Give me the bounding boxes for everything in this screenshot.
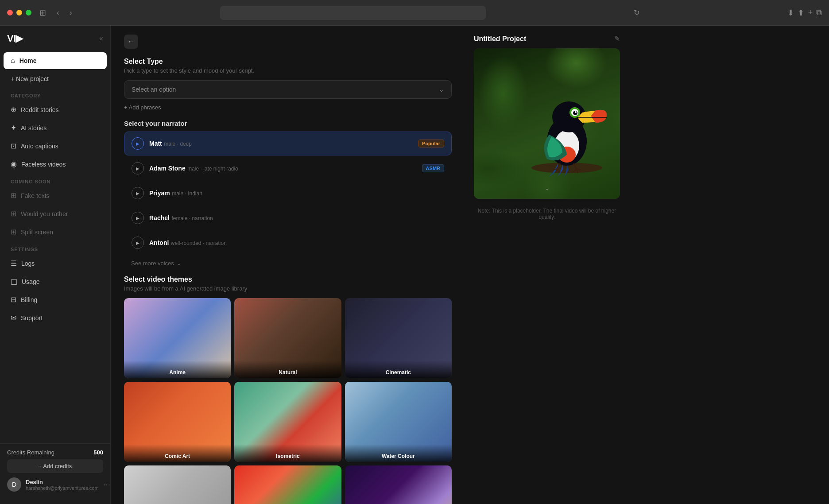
project-title: Untitled Project [474,35,526,43]
sidebar-item-logs[interactable]: ☰ Logs [4,255,107,272]
preview-note: Note: This is a placeholder. The final v… [474,208,620,220]
play-icon-matt: ▶ [132,137,144,150]
theme-card-water-colour[interactable]: Water Colour [345,382,452,462]
theme-card-graffiti-art[interactable]: Graffiti Art [234,465,341,504]
share-button[interactable]: ⬆ [798,8,804,18]
support-icon: ✉ [11,314,16,322]
browser-chrome: ⊞ ‹ › ↻ ⬇ ⬆ + ⧉ [0,0,829,26]
voice-item-antoni[interactable]: ▶ Antoni well-rounded · narration [124,231,452,255]
sidebar-item-ai-stories[interactable]: ✦ AI stories [4,119,107,136]
play-icon-antoni: ▶ [132,236,144,249]
sidebar-bottom: Credits Remaining 500 + Add credits D De… [0,443,110,497]
download-button[interactable]: ⬇ [787,8,794,18]
theme-card-cinematic[interactable]: Cinematic [345,298,452,378]
logs-label: Logs [21,260,35,267]
forward-browser-button[interactable]: › [67,7,74,19]
address-bar[interactable] [220,6,486,20]
maximize-traffic-light[interactable] [26,10,31,16]
play-icon-adam-stone: ▶ [132,162,144,174]
close-traffic-light[interactable] [7,10,13,16]
voice-meta-priyam: male · Indian [172,190,202,197]
edit-project-button[interactable]: ✎ [614,35,620,43]
voice-item-priyam[interactable]: ▶ Priyam male · Indian [124,181,452,205]
reload-button[interactable]: ↻ [631,7,642,19]
toucan-illustration [523,57,611,181]
sidebar-item-support[interactable]: ✉ Support [4,309,107,326]
sidebar-toggle-button[interactable]: ⊞ [37,6,49,19]
back-browser-button[interactable]: ‹ [54,7,62,19]
usage-icon: ◫ [11,277,17,286]
usage-label: Usage [22,278,39,285]
collapse-sidebar-button[interactable]: « [99,35,103,43]
sidebar-item-faceless-videos[interactable]: ◉ Faceless videos [4,155,107,173]
see-more-voices-label: See more voices [131,260,174,267]
voice-meta-antoni: well-rounded · narration [171,240,227,246]
sidebar-item-auto-captions[interactable]: ⊡ Auto captions [4,137,107,155]
sidebar-item-home[interactable]: ⌂ Home [4,52,107,69]
sidebar-nav: ⌂ Home + New project CATEGORY ⊕ Reddit s… [0,51,110,443]
sidebar-item-home-label: Home [19,57,37,64]
popular-badge: Popular [418,140,444,147]
category-section-label: CATEGORY [0,88,110,100]
sidebar-item-usage[interactable]: ◫ Usage [4,273,107,290]
ai-stories-label: AI stories [21,124,46,132]
theme-card-comic-art[interactable]: Comic Art [124,382,231,462]
see-more-voices-button[interactable]: See more voices ⌄ [124,256,189,271]
voice-item-rachel[interactable]: ▶ Rachel female · narration [124,206,452,230]
project-header: Untitled Project ✎ [474,35,620,43]
new-tab-button[interactable]: + [808,8,813,18]
coming-soon-label: COMING SOON [0,174,110,186]
theme-card-line-drawing[interactable]: Line Drawing [124,465,231,504]
voice-meta-matt: male · deep [164,141,192,147]
dropdown-chevron-icon: ⌄ [439,86,444,93]
center-panel: ← Select Type Pick a type to set the sty… [111,26,465,504]
svg-point-9 [575,111,577,113]
type-dropdown[interactable]: Select an option ⌄ [124,80,452,99]
home-icon: ⌂ [11,57,15,65]
user-row: D Deslin harshsheth@priyamventures.com ⋯ [7,473,103,492]
sidebar: VI▶ « ⌂ Home + New project CATEGORY ⊕ Re… [0,26,111,504]
voice-name-priyam: Priyam [149,190,170,197]
right-panel: Untitled Project ✎ [465,26,629,504]
sidebar-item-billing[interactable]: ⊟ Billing [4,291,107,308]
voice-meta-adam-stone: male · late night radio [187,166,238,172]
tabs-button[interactable]: ⧉ [816,8,822,18]
sidebar-item-new-project[interactable]: + New project [4,71,107,87]
theme-card-isometric[interactable]: Isometric [234,382,341,462]
faceless-icon: ◉ [11,160,17,168]
sidebar-item-would-you-rather: ⊞ Would you rather [4,205,107,222]
auto-captions-icon: ⊡ [11,142,16,150]
credits-row: Credits Remaining 500 [7,449,103,456]
voice-item-matt[interactable]: ▶ Matt male · deep Popular [124,132,452,155]
theme-card-anime[interactable]: Anime [124,298,231,378]
reddit-icon: ⊕ [11,105,16,114]
sidebar-item-reddit-stories[interactable]: ⊕ Reddit stories [4,101,107,118]
theme-card-pixel-art[interactable]: Pixel Art [345,465,452,504]
billing-icon: ⊟ [11,295,16,304]
logs-icon: ☰ [11,259,17,268]
credits-label: Credits Remaining [7,449,54,456]
user-email: harshsheth@priyamventures.com [26,485,99,491]
voice-name-adam-stone: Adam Stone [149,165,186,172]
theme-card-natural[interactable]: Natural [234,298,341,378]
billing-label: Billing [21,296,37,303]
user-name: Deslin [26,479,99,485]
dropdown-placeholder: Select an option [132,86,176,93]
preview-image: ˅ [474,48,620,199]
fake-texts-icon: ⊞ [11,191,16,200]
select-type-title: Select Type [124,58,452,66]
themes-grid: Anime Natural Cinematic [124,298,452,504]
add-credits-button[interactable]: + Add credits [7,459,103,473]
add-phrases-button[interactable]: + Add phrases [124,104,161,111]
voice-info-priyam: Priyam male · Indian [149,189,202,197]
back-button[interactable]: ← [124,35,138,49]
voice-item-adam-stone[interactable]: ▶ Adam Stone male · late night radio ASM… [124,156,452,180]
user-menu-button[interactable]: ⋯ [103,481,110,489]
credits-value: 500 [93,449,103,456]
preview-container: ˅ [474,48,620,199]
select-type-section: Select Type Pick a type to set the style… [124,58,452,120]
main-content: ← Select Type Pick a type to set the sty… [111,26,829,504]
would-you-rather-icon: ⊞ [11,209,16,218]
app-container: VI▶ « ⌂ Home + New project CATEGORY ⊕ Re… [0,26,829,504]
minimize-traffic-light[interactable] [16,10,22,16]
